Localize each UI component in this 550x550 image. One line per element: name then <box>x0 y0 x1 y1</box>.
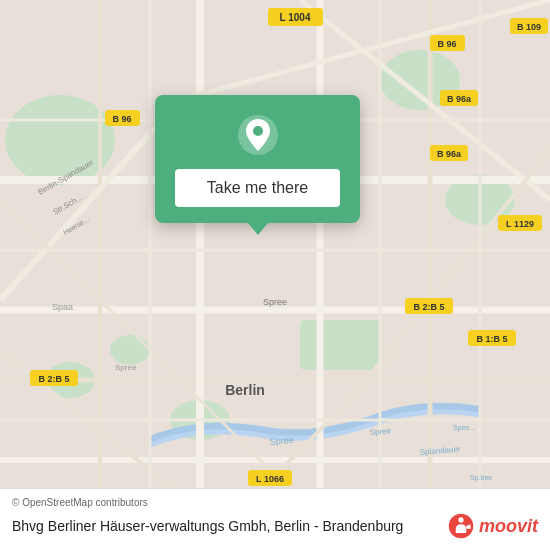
svg-text:Berlin: Berlin <box>225 382 265 398</box>
osm-credit: © OpenStreetMap contributors <box>12 497 538 508</box>
svg-point-7 <box>110 335 150 365</box>
svg-text:B 109: B 109 <box>517 22 541 32</box>
svg-text:Spaa: Spaa <box>52 302 73 312</box>
location-title-row: Bhvg Berliner Häuser-verwaltungs Gmbh, B… <box>12 512 538 540</box>
svg-text:Spee...: Spee... <box>453 424 475 432</box>
bottom-bar: © OpenStreetMap contributors Bhvg Berlin… <box>0 488 550 550</box>
svg-text:B 96a: B 96a <box>437 149 462 159</box>
svg-text:Sp.bee: Sp.bee <box>470 474 492 482</box>
svg-point-67 <box>458 517 463 522</box>
svg-point-65 <box>253 126 263 136</box>
location-title: Bhvg Berliner Häuser-verwaltungs Gmbh, B… <box>12 518 447 534</box>
svg-text:L 1004: L 1004 <box>280 12 311 23</box>
location-pin-icon <box>236 113 280 157</box>
svg-text:L 1066: L 1066 <box>256 474 284 484</box>
svg-text:B 96: B 96 <box>112 114 131 124</box>
popup-card: Take me there <box>155 95 360 223</box>
svg-text:Spree: Spree <box>369 426 392 437</box>
svg-text:L 1129: L 1129 <box>506 219 534 229</box>
svg-rect-0 <box>0 0 550 550</box>
svg-text:B 2:B 5: B 2:B 5 <box>413 302 444 312</box>
map-container: L 1004 B 96 B 96 B 96a B 96a B 109 L 112… <box>0 0 550 550</box>
svg-text:B 2:B 5: B 2:B 5 <box>38 374 69 384</box>
svg-text:Spree: Spree <box>115 363 137 372</box>
take-me-there-button[interactable]: Take me there <box>175 169 340 207</box>
svg-rect-4 <box>300 320 380 370</box>
svg-text:B 96: B 96 <box>437 39 456 49</box>
moovit-brand-text: moovit <box>479 516 538 537</box>
svg-text:B 96a: B 96a <box>447 94 472 104</box>
map-background: L 1004 B 96 B 96 B 96a B 96a B 109 L 112… <box>0 0 550 550</box>
svg-text:Spree: Spree <box>263 297 287 307</box>
moovit-logo: moovit <box>447 512 538 540</box>
svg-text:B 1:B 5: B 1:B 5 <box>476 334 507 344</box>
moovit-brand-icon <box>447 512 475 540</box>
svg-text:Spree: Spree <box>269 435 294 447</box>
